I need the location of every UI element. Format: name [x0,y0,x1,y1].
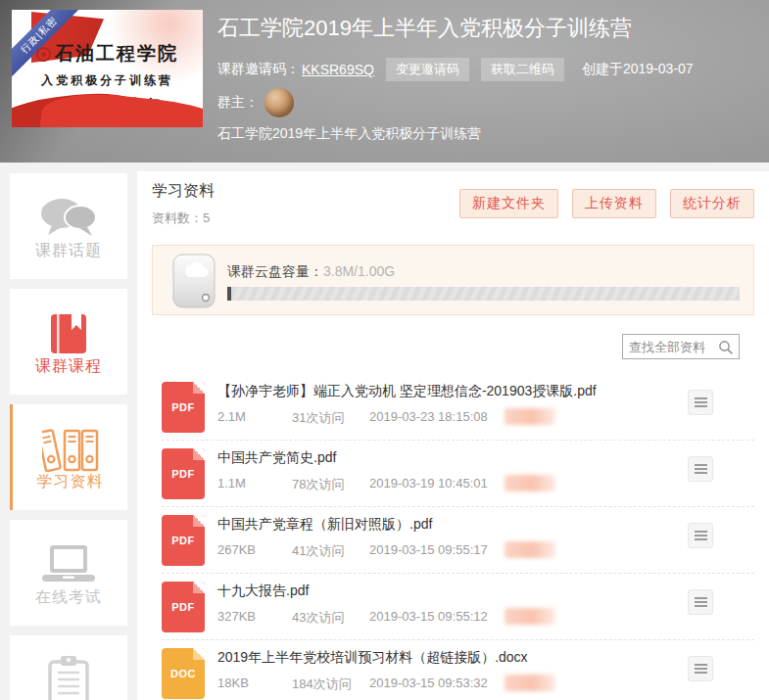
sidebar-item-label: 课群话题 [10,241,127,261]
search-icon[interactable] [718,340,734,359]
upload-material-button[interactable]: 上传资料 [572,189,656,218]
sidebar-item-homework[interactable] [10,635,127,700]
cloud-storage-box: 课群云盘容量：3.8M/1.00G [152,245,754,315]
file-upload-time: 2019-03-23 18:15:08 [369,409,488,424]
file-size: 1.1M [217,476,246,490]
invite-code-link[interactable]: KKSR69SQ [302,62,374,77]
file-upload-time: 2019-03-15 09:55:17 [369,542,488,557]
file-name[interactable]: 十九大报告.pdf [217,583,647,600]
file-name[interactable]: 2019年上半年党校培训预习材料（超链接版）.docx [217,649,647,667]
sidebar-item-courses[interactable]: 课群课程 [10,289,127,395]
pdf-file-icon: PDF [162,515,205,566]
file-row: PDF 中国共产党简史.pdf 1.1M 78次访问 2019-03-19 10… [162,441,754,507]
pdf-file-icon: PDF [162,382,205,433]
file-visits: 184次访问 [292,676,352,693]
chat-bubbles-icon [10,195,127,242]
file-row: PDF 【孙净宇老师】端正入党动机 坚定理想信念-201903授课版.pdf 2… [162,374,754,441]
owner-avatar[interactable] [264,88,294,117]
file-visits: 31次访问 [292,409,344,427]
file-upload-time: 2019-03-15 09:55:12 [369,609,488,624]
sidebar-item-materials[interactable]: 学习资料 [10,404,127,510]
file-menu-button[interactable] [688,390,713,415]
uploader-name-redacted [505,408,555,425]
file-size: 2.1M [217,409,246,424]
new-folder-button[interactable]: 新建文件夹 [459,189,558,218]
sidebar-item-label: 课群课程 [10,356,127,377]
banner-wave-decoration [37,88,203,127]
statistics-button[interactable]: 统计分析 [670,189,754,218]
file-row: PDF 中国共产党章程（新旧对照版）.pdf 267KB 41次访问 2019-… [162,507,754,574]
college-seal-icon [36,47,51,62]
uploader-name-redacted [505,475,555,491]
uploader-name-redacted [505,541,555,558]
file-size: 267KB [217,542,256,557]
file-menu-button[interactable] [688,656,713,681]
file-name[interactable]: 【孙净宇老师】端正入党动机 坚定理想信念-201903授课版.pdf [217,383,647,400]
sidebar-item-label: 在线考试 [10,587,127,608]
file-visits: 41次访问 [292,542,344,560]
book-icon [10,310,127,357]
file-menu-button[interactable] [688,589,713,615]
file-row: DOC 2019年上半年党校培训预习材料（超链接版）.docx 18KB 184… [162,640,754,700]
search-box [622,334,740,359]
sidebar: 课群话题 课群课程 [10,173,127,700]
owner-label: 群主： [217,94,259,112]
sidebar-item-topics[interactable]: 课群话题 [10,173,127,279]
file-list: PDF 【孙净宇老师】端正入党动机 坚定理想信念-201903授课版.pdf 2… [162,374,754,700]
banner-college-name: 石油工程学院 [12,41,203,67]
file-size: 327KB [217,609,256,624]
file-name[interactable]: 中国共产党简史.pdf [217,449,647,467]
materials-panel: 学习资料 资料数：5 新建文件夹 上传资料 统计分析 课群云盘容量：3.8M/1… [137,171,769,700]
file-upload-time: 2019-03-15 09:53:32 [369,676,488,690]
file-menu-button[interactable] [688,456,713,482]
banner-camp-name: 入党积极分子训练营 [12,72,203,89]
file-name[interactable]: 中国共产党章程（新旧对照版）.pdf [217,516,647,534]
get-qrcode-button[interactable]: 获取二维码 [481,58,564,81]
cloud-drive-icon [170,253,217,313]
invite-code-label: 课群邀请码： [217,61,300,78]
uploader-name-redacted [505,675,555,691]
doc-file-icon: DOC [162,648,205,699]
file-visits: 78次访问 [292,476,344,493]
course-subtitle: 石工学院2019年上半年入党积极分子训练营 [217,125,481,143]
sidebar-item-label: 学习资料 [13,472,127,492]
pdf-file-icon: PDF [162,448,205,499]
course-banner[interactable]: ★ 行政|私密 石油工程学院 入党积极分子训练营 2019年上半年 [12,10,203,127]
file-visits: 43次访问 [292,609,344,627]
change-invite-code-button[interactable]: 变更邀请码 [386,58,469,81]
clipboard-icon [10,657,127,700]
file-upload-time: 2019-03-19 10:45:01 [369,476,488,490]
file-menu-button[interactable] [688,523,713,548]
course-group-header: ★ 行政|私密 石油工程学院 入党积极分子训练营 2019年上半年 石工学院20… [0,0,769,163]
uploader-name-redacted [505,608,555,625]
page-title: 石工学院2019年上半年入党积极分子训练营 [217,14,632,43]
sidebar-item-exams[interactable]: 在线考试 [10,520,127,626]
storage-progress-bar [227,287,740,301]
storage-label: 课群云盘容量： [227,263,323,279]
file-size: 18KB [217,676,249,690]
binders-icon [13,426,127,473]
created-date: 创建于2019-03-07 [582,61,694,78]
storage-used [227,287,231,301]
storage-value: 3.8M/1.00G [323,263,395,279]
laptop-icon [10,541,127,588]
file-row: PDF 十九大报告.pdf 327KB 43次访问 2019-03-15 09:… [162,574,754,640]
pdf-file-icon: PDF [162,582,205,632]
